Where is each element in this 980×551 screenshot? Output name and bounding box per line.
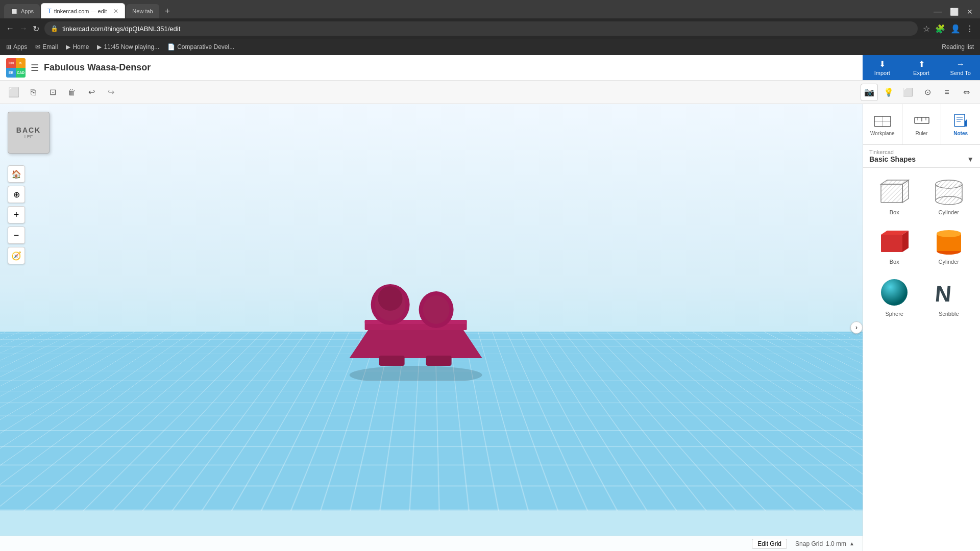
app-container: TIN K ER CAD ☰ Fabulous Waasa-Densor ⬇ I… xyxy=(0,55,980,551)
menu-button[interactable]: ⋮ xyxy=(966,24,974,34)
svg-rect-10 xyxy=(379,356,405,366)
viewport[interactable]: BACK LEF 🏠 ⊕ + − 🧭 › Edit Grid Snap Grid… xyxy=(0,104,863,551)
tinkercad-logo[interactable]: TIN K ER CAD xyxy=(6,58,26,78)
tab-group: 🔲Apps Ttinkercad.com — edit✕ New tab + xyxy=(4,0,175,18)
cylinder-orange-icon xyxy=(932,228,966,256)
bookmark-apps[interactable]: ⊞Apps xyxy=(6,43,27,51)
compass-button[interactable]: 🧭 xyxy=(8,247,25,264)
extensions-icon[interactable]: 🧩 xyxy=(935,24,945,34)
svg-rect-11 xyxy=(426,356,452,366)
profile-icon[interactable]: 👤 xyxy=(950,24,961,34)
forward-button[interactable]: → xyxy=(19,24,28,33)
duplicate-tool[interactable]: ⊡ xyxy=(44,84,61,101)
nav-cube[interactable]: BACK LEF xyxy=(8,112,50,154)
window-controls: — ⬜ ✕ xyxy=(930,7,976,18)
undo-tool[interactable]: ↩ xyxy=(83,84,100,101)
ruler-icon xyxy=(913,112,931,128)
address-bar: ← → ↻ 🔒 tinkercad.com/things/dpQIABNL351… xyxy=(0,18,980,39)
cylinder-wire-icon xyxy=(932,178,966,206)
dropdown-prefix: Tinkercad xyxy=(869,149,894,155)
shape-tools-row: Workplane Ruler xyxy=(863,104,980,145)
svg-text:N: N xyxy=(934,281,952,306)
url-text[interactable]: tinkercad.com/things/dpQIABNL351/edit xyxy=(62,25,180,33)
main-toolbar: TIN K ER CAD ☰ Fabulous Waasa-Densor ⬇ I… xyxy=(0,55,980,81)
right-panel: Workplane Ruler xyxy=(863,104,980,551)
tab-tinkercad[interactable]: Ttinkercad.com — edit✕ xyxy=(41,3,125,18)
bookmark-nowplaying[interactable]: ▶11:45 Now playing... xyxy=(97,43,159,51)
reading-list-button[interactable]: Reading list xyxy=(942,43,974,51)
notes-label: Notes xyxy=(953,131,968,136)
shape-box-wire[interactable]: Box xyxy=(869,174,920,219)
sphere-teal-icon xyxy=(877,277,912,308)
scribble-label: Scribble xyxy=(939,311,959,317)
lock-icon: 🔒 xyxy=(51,25,58,32)
snap-grid-control: Snap Grid 1.0 mm ▲ xyxy=(795,540,854,547)
edit-grid-button[interactable]: Edit Grid xyxy=(752,539,787,549)
bookmark-comparative[interactable]: 📄Comparative Devel... xyxy=(167,43,234,51)
close-window-button[interactable]: ✕ xyxy=(964,8,976,16)
shape-sphere-teal[interactable]: Sphere xyxy=(869,273,920,321)
project-name[interactable]: Fabulous Waasa-Densor xyxy=(44,62,151,73)
group-tool[interactable]: ⊙ xyxy=(919,84,936,101)
svg-point-40 xyxy=(881,279,908,306)
workplane-tool[interactable]: Workplane xyxy=(863,104,902,144)
back-button[interactable]: ← xyxy=(6,24,14,33)
send-icon: → xyxy=(957,60,965,69)
import-button[interactable]: ⬇ Import xyxy=(863,55,902,80)
copy-tool[interactable]: ⎘ xyxy=(24,84,42,101)
delete-tool[interactable]: 🗑 xyxy=(63,84,81,101)
bookmark-email[interactable]: ✉Email xyxy=(35,43,58,51)
export-button[interactable]: ⬆ Export xyxy=(902,55,941,80)
import-icon: ⬇ xyxy=(879,59,886,69)
svg-point-33 xyxy=(936,180,962,188)
menu-icon[interactable]: ☰ xyxy=(31,62,39,73)
shapes-grid: Box xyxy=(863,168,980,327)
right-header: ⬇ Import ⬆ Export → Send To xyxy=(863,55,980,80)
fit-view-button[interactable]: ⊕ xyxy=(8,186,25,203)
close-icon[interactable]: ✕ xyxy=(113,8,118,15)
new-tab-button[interactable]: + xyxy=(160,4,175,18)
dropdown-value: Basic Shapes xyxy=(869,155,967,163)
panel-expand-arrow[interactable]: › xyxy=(850,321,863,334)
model-svg xyxy=(319,238,513,381)
select-tool[interactable]: ⬜ xyxy=(5,84,22,101)
home-view-button[interactable]: 🏠 xyxy=(8,165,25,183)
maximize-button[interactable]: ⬜ xyxy=(947,8,962,16)
shapes-dropdown[interactable]: Tinkercad Basic Shapes ▼ xyxy=(863,145,980,168)
bookmark-home[interactable]: ▶Home xyxy=(66,43,89,51)
workplane-label: Workplane xyxy=(870,131,895,136)
shape-tool-btn[interactable]: ⬜ xyxy=(899,84,917,101)
send-to-button[interactable]: → Send To xyxy=(941,55,980,80)
workplane-icon xyxy=(873,112,892,128)
zoom-out-button[interactable]: − xyxy=(8,227,25,244)
cylinder-orange-label: Cylinder xyxy=(939,259,959,265)
snap-grid-arrow[interactable]: ▲ xyxy=(849,541,854,546)
shape-box-red[interactable]: Box xyxy=(869,223,920,269)
redo-tool[interactable]: ↪ xyxy=(102,84,119,101)
camera-tool[interactable]: 📷 xyxy=(861,84,878,101)
notes-tool[interactable]: Notes xyxy=(941,104,980,144)
notes-icon xyxy=(951,112,970,128)
light-tool[interactable]: 💡 xyxy=(880,84,897,101)
snap-grid-value[interactable]: 1.0 mm xyxy=(826,540,846,547)
address-input[interactable]: 🔒 tinkercad.com/things/dpQIABNL351/edit xyxy=(44,21,918,36)
ruler-tool[interactable]: Ruler xyxy=(902,104,942,144)
shape-cylinder-wire[interactable]: Cylinder xyxy=(924,174,974,219)
nav-cube-label: BACK xyxy=(16,126,41,134)
tab-newtab[interactable]: New tab xyxy=(126,4,159,18)
zoom-in-button[interactable]: + xyxy=(8,206,25,223)
tab-apps[interactable]: 🔲Apps xyxy=(4,4,40,18)
scribble-icon: N xyxy=(932,277,966,308)
refresh-button[interactable]: ↻ xyxy=(33,24,39,34)
dropdown-arrow-icon[interactable]: ▼ xyxy=(967,155,974,163)
minimize-button[interactable]: — xyxy=(930,7,945,16)
shape-scribble[interactable]: N Scribble xyxy=(924,273,974,321)
svg-marker-2 xyxy=(350,328,482,358)
align-tool[interactable]: ≡ xyxy=(938,84,955,101)
star-icon[interactable]: ☆ xyxy=(923,24,930,34)
mirror-tool[interactable]: ⇔ xyxy=(958,84,975,101)
shape-cylinder-orange[interactable]: Cylinder xyxy=(924,223,974,269)
edit-toolbar: ⬜ ⎘ ⊡ 🗑 ↩ ↪ 📷 💡 ⬜ ⊙ ≡ ⇔ xyxy=(0,81,980,104)
svg-point-0 xyxy=(350,366,482,381)
box-red-label: Box xyxy=(890,259,899,265)
